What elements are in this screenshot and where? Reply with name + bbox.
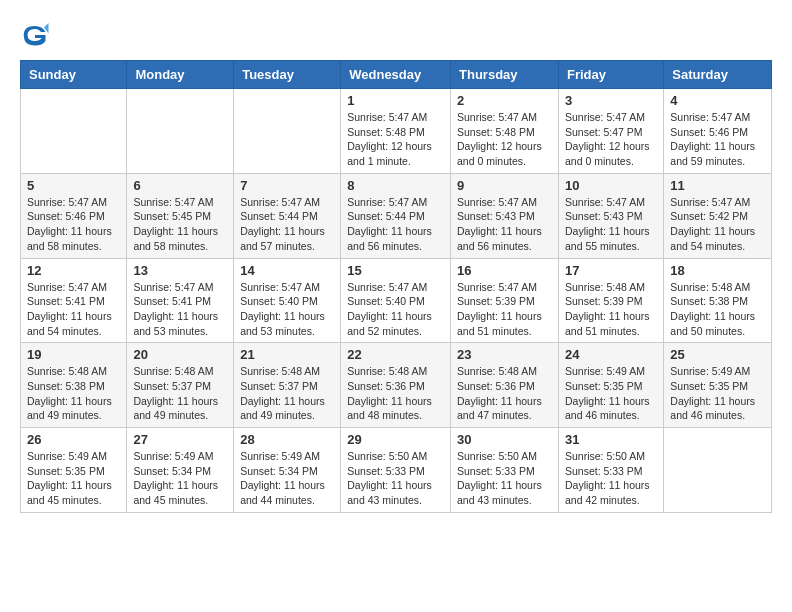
day-cell: 23Sunrise: 5:48 AM Sunset: 5:36 PM Dayli… <box>451 343 559 428</box>
day-cell: 26Sunrise: 5:49 AM Sunset: 5:35 PM Dayli… <box>21 428 127 513</box>
day-cell <box>234 89 341 174</box>
day-cell <box>664 428 772 513</box>
logo-icon <box>20 20 50 50</box>
day-info: Sunrise: 5:47 AM Sunset: 5:48 PM Dayligh… <box>457 110 552 169</box>
day-cell: 20Sunrise: 5:48 AM Sunset: 5:37 PM Dayli… <box>127 343 234 428</box>
day-number: 22 <box>347 347 444 362</box>
day-cell <box>127 89 234 174</box>
col-header-monday: Monday <box>127 61 234 89</box>
day-info: Sunrise: 5:47 AM Sunset: 5:43 PM Dayligh… <box>565 195 657 254</box>
day-cell: 24Sunrise: 5:49 AM Sunset: 5:35 PM Dayli… <box>558 343 663 428</box>
day-cell: 25Sunrise: 5:49 AM Sunset: 5:35 PM Dayli… <box>664 343 772 428</box>
day-info: Sunrise: 5:47 AM Sunset: 5:42 PM Dayligh… <box>670 195 765 254</box>
day-number: 13 <box>133 263 227 278</box>
day-info: Sunrise: 5:48 AM Sunset: 5:37 PM Dayligh… <box>240 364 334 423</box>
day-number: 3 <box>565 93 657 108</box>
day-number: 20 <box>133 347 227 362</box>
week-row: 1Sunrise: 5:47 AM Sunset: 5:48 PM Daylig… <box>21 89 772 174</box>
day-cell: 22Sunrise: 5:48 AM Sunset: 5:36 PM Dayli… <box>341 343 451 428</box>
day-number: 17 <box>565 263 657 278</box>
day-cell: 28Sunrise: 5:49 AM Sunset: 5:34 PM Dayli… <box>234 428 341 513</box>
day-number: 7 <box>240 178 334 193</box>
calendar: SundayMondayTuesdayWednesdayThursdayFrid… <box>20 60 772 513</box>
day-info: Sunrise: 5:50 AM Sunset: 5:33 PM Dayligh… <box>457 449 552 508</box>
day-number: 5 <box>27 178 120 193</box>
day-number: 31 <box>565 432 657 447</box>
col-header-sunday: Sunday <box>21 61 127 89</box>
day-cell: 30Sunrise: 5:50 AM Sunset: 5:33 PM Dayli… <box>451 428 559 513</box>
day-info: Sunrise: 5:47 AM Sunset: 5:46 PM Dayligh… <box>27 195 120 254</box>
day-cell: 4Sunrise: 5:47 AM Sunset: 5:46 PM Daylig… <box>664 89 772 174</box>
day-info: Sunrise: 5:47 AM Sunset: 5:41 PM Dayligh… <box>27 280 120 339</box>
day-cell: 27Sunrise: 5:49 AM Sunset: 5:34 PM Dayli… <box>127 428 234 513</box>
day-cell: 14Sunrise: 5:47 AM Sunset: 5:40 PM Dayli… <box>234 258 341 343</box>
day-number: 1 <box>347 93 444 108</box>
header <box>20 20 772 50</box>
day-info: Sunrise: 5:48 AM Sunset: 5:37 PM Dayligh… <box>133 364 227 423</box>
week-row: 19Sunrise: 5:48 AM Sunset: 5:38 PM Dayli… <box>21 343 772 428</box>
logo <box>20 20 54 50</box>
day-cell: 3Sunrise: 5:47 AM Sunset: 5:47 PM Daylig… <box>558 89 663 174</box>
day-cell: 11Sunrise: 5:47 AM Sunset: 5:42 PM Dayli… <box>664 173 772 258</box>
col-header-thursday: Thursday <box>451 61 559 89</box>
day-info: Sunrise: 5:47 AM Sunset: 5:48 PM Dayligh… <box>347 110 444 169</box>
col-header-friday: Friday <box>558 61 663 89</box>
day-number: 21 <box>240 347 334 362</box>
day-cell: 29Sunrise: 5:50 AM Sunset: 5:33 PM Dayli… <box>341 428 451 513</box>
day-cell: 5Sunrise: 5:47 AM Sunset: 5:46 PM Daylig… <box>21 173 127 258</box>
day-info: Sunrise: 5:48 AM Sunset: 5:39 PM Dayligh… <box>565 280 657 339</box>
day-info: Sunrise: 5:47 AM Sunset: 5:40 PM Dayligh… <box>347 280 444 339</box>
day-number: 4 <box>670 93 765 108</box>
day-number: 11 <box>670 178 765 193</box>
day-cell: 7Sunrise: 5:47 AM Sunset: 5:44 PM Daylig… <box>234 173 341 258</box>
day-number: 24 <box>565 347 657 362</box>
day-cell: 6Sunrise: 5:47 AM Sunset: 5:45 PM Daylig… <box>127 173 234 258</box>
day-info: Sunrise: 5:50 AM Sunset: 5:33 PM Dayligh… <box>565 449 657 508</box>
day-cell: 1Sunrise: 5:47 AM Sunset: 5:48 PM Daylig… <box>341 89 451 174</box>
day-number: 27 <box>133 432 227 447</box>
day-number: 6 <box>133 178 227 193</box>
day-number: 10 <box>565 178 657 193</box>
day-cell: 17Sunrise: 5:48 AM Sunset: 5:39 PM Dayli… <box>558 258 663 343</box>
col-header-saturday: Saturday <box>664 61 772 89</box>
week-row: 26Sunrise: 5:49 AM Sunset: 5:35 PM Dayli… <box>21 428 772 513</box>
day-info: Sunrise: 5:47 AM Sunset: 5:46 PM Dayligh… <box>670 110 765 169</box>
day-cell: 18Sunrise: 5:48 AM Sunset: 5:38 PM Dayli… <box>664 258 772 343</box>
day-cell: 10Sunrise: 5:47 AM Sunset: 5:43 PM Dayli… <box>558 173 663 258</box>
day-number: 15 <box>347 263 444 278</box>
day-number: 2 <box>457 93 552 108</box>
col-header-tuesday: Tuesday <box>234 61 341 89</box>
day-number: 16 <box>457 263 552 278</box>
day-cell: 12Sunrise: 5:47 AM Sunset: 5:41 PM Dayli… <box>21 258 127 343</box>
day-info: Sunrise: 5:48 AM Sunset: 5:36 PM Dayligh… <box>347 364 444 423</box>
day-number: 28 <box>240 432 334 447</box>
day-info: Sunrise: 5:47 AM Sunset: 5:39 PM Dayligh… <box>457 280 552 339</box>
day-number: 26 <box>27 432 120 447</box>
day-number: 8 <box>347 178 444 193</box>
week-row: 5Sunrise: 5:47 AM Sunset: 5:46 PM Daylig… <box>21 173 772 258</box>
day-cell: 21Sunrise: 5:48 AM Sunset: 5:37 PM Dayli… <box>234 343 341 428</box>
day-cell: 8Sunrise: 5:47 AM Sunset: 5:44 PM Daylig… <box>341 173 451 258</box>
day-number: 23 <box>457 347 552 362</box>
day-cell: 9Sunrise: 5:47 AM Sunset: 5:43 PM Daylig… <box>451 173 559 258</box>
day-info: Sunrise: 5:47 AM Sunset: 5:40 PM Dayligh… <box>240 280 334 339</box>
day-number: 18 <box>670 263 765 278</box>
day-cell: 31Sunrise: 5:50 AM Sunset: 5:33 PM Dayli… <box>558 428 663 513</box>
day-number: 9 <box>457 178 552 193</box>
day-info: Sunrise: 5:49 AM Sunset: 5:35 PM Dayligh… <box>670 364 765 423</box>
day-info: Sunrise: 5:47 AM Sunset: 5:44 PM Dayligh… <box>347 195 444 254</box>
day-info: Sunrise: 5:47 AM Sunset: 5:44 PM Dayligh… <box>240 195 334 254</box>
day-info: Sunrise: 5:48 AM Sunset: 5:36 PM Dayligh… <box>457 364 552 423</box>
col-header-wednesday: Wednesday <box>341 61 451 89</box>
week-row: 12Sunrise: 5:47 AM Sunset: 5:41 PM Dayli… <box>21 258 772 343</box>
day-cell: 19Sunrise: 5:48 AM Sunset: 5:38 PM Dayli… <box>21 343 127 428</box>
day-number: 29 <box>347 432 444 447</box>
day-info: Sunrise: 5:47 AM Sunset: 5:43 PM Dayligh… <box>457 195 552 254</box>
day-cell <box>21 89 127 174</box>
day-number: 25 <box>670 347 765 362</box>
day-info: Sunrise: 5:47 AM Sunset: 5:45 PM Dayligh… <box>133 195 227 254</box>
day-info: Sunrise: 5:47 AM Sunset: 5:47 PM Dayligh… <box>565 110 657 169</box>
day-cell: 16Sunrise: 5:47 AM Sunset: 5:39 PM Dayli… <box>451 258 559 343</box>
day-info: Sunrise: 5:47 AM Sunset: 5:41 PM Dayligh… <box>133 280 227 339</box>
day-number: 14 <box>240 263 334 278</box>
